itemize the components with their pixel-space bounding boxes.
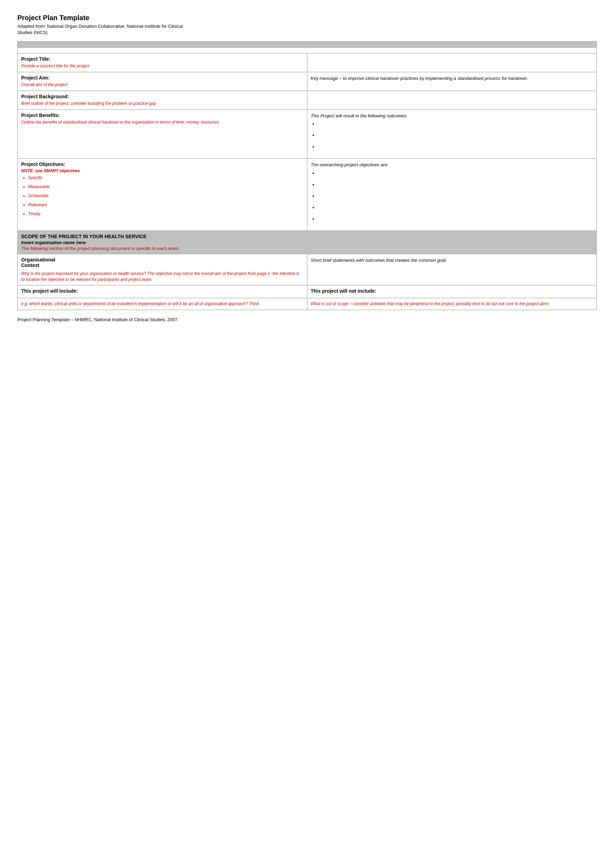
org-context-left: Organisational Context Why is the projec… <box>18 254 307 285</box>
project-background-header-row <box>18 42 597 48</box>
project-include-header: This project will include: <box>18 285 307 298</box>
project-background-detail-hint: Brief outline of the project, consider i… <box>21 101 304 107</box>
footer: Project Planning Template – NHMRC, Natio… <box>17 317 597 322</box>
project-not-include-hint-cell: What is out of scope – consider activiti… <box>307 298 597 310</box>
obj-bullet-5 <box>318 216 593 222</box>
org-context-hint: Why is the project important for your or… <box>21 271 304 283</box>
smart-timely: Timely <box>28 211 304 216</box>
project-title-label: Project Title: <box>21 56 304 62</box>
include-detail-row: e.g. which wards, clinical units or depa… <box>18 298 597 310</box>
scope-org: Insert organisation name here <box>21 240 593 245</box>
project-include-hint: e.g. which wards, clinical units or depa… <box>21 301 304 307</box>
project-objectives-row: Project Objectives: NOTE: use SMART obje… <box>18 159 597 231</box>
project-benefits-left: Project Benefits: Outline the benefits o… <box>18 109 307 159</box>
project-aim-hint: Overall aim of the project <box>21 82 304 88</box>
project-aim-content: Key message – to improve clinical handov… <box>307 72 597 91</box>
project-not-include-label: This project will not include: <box>311 288 593 294</box>
project-objectives-left: Project Objectives: NOTE: use SMART obje… <box>18 159 307 231</box>
org-context-label: Organisational Context <box>21 257 304 268</box>
project-benefits-row: Project Benefits: Outline the benefits o… <box>18 109 597 159</box>
project-not-include-hint: What is out of scope – consider activiti… <box>311 301 593 307</box>
project-include-hint-cell: e.g. which wards, clinical units or depa… <box>18 298 307 310</box>
smart-list: Specific Measurable Achievable Releveant… <box>28 175 304 216</box>
smart-specific: Specific <box>28 175 304 180</box>
project-background-detail-content <box>307 91 597 109</box>
benefits-bullet-3 <box>318 144 593 149</box>
org-context-content: Short brief statements with outcomes tha… <box>307 254 597 285</box>
smart-relevant: Releveant <box>28 202 304 207</box>
project-background-detail-left: Project Background: Brief outline of the… <box>18 91 307 109</box>
page-subtitle: Adapted from: National Organ Donation Co… <box>17 23 597 36</box>
project-background-detail-row: Project Background: Brief outline of the… <box>18 91 597 109</box>
smart-measurable: Measurable <box>28 184 304 189</box>
include-row: This project will include: This project … <box>18 285 597 298</box>
project-background-header <box>18 42 597 48</box>
project-objectives-note: NOTE: use SMART objectives <box>21 168 304 173</box>
obj-bullet-4 <box>318 205 593 210</box>
project-title-content <box>307 53 597 72</box>
obj-bullet-2 <box>318 182 593 187</box>
org-context-text: Short brief statements with outcomes tha… <box>311 257 593 264</box>
main-table: Project Title: Provide a succinct title … <box>17 41 597 310</box>
project-background-detail-label: Project Background: <box>21 94 304 99</box>
scope-header-block: SCOPE OF THE PROJECT IN YOUR HEALTH SERV… <box>18 231 597 254</box>
obj-bullet-1 <box>318 170 593 176</box>
objectives-bullets <box>318 170 593 222</box>
project-objectives-label: Project Objectives: <box>21 161 304 167</box>
project-benefits-label: Project Benefits: <box>21 113 304 118</box>
project-background-note-row <box>18 48 597 53</box>
project-aim-row: Project Aim: Overall aim of the project … <box>18 72 597 91</box>
project-not-include-header: This project will not include: <box>307 285 597 298</box>
project-title-hint: Provide a succinct title for the project <box>21 63 304 69</box>
project-objectives-content: The overarching project objectives are: <box>307 159 597 231</box>
benefits-bullet-2 <box>318 133 593 138</box>
smart-achievable: Achievable <box>28 194 304 198</box>
project-aim-left: Project Aim: Overall aim of the project <box>18 72 307 91</box>
project-benefits-intro: This Project will result in the followin… <box>311 113 593 119</box>
org-context-row: Organisational Context Why is the projec… <box>18 254 597 285</box>
project-benefits-bullets <box>318 121 593 149</box>
project-include-label: This project will include: <box>21 288 304 294</box>
benefits-bullet-1 <box>318 121 593 126</box>
scope-header-row: SCOPE OF THE PROJECT IN YOUR HEALTH SERV… <box>18 231 597 254</box>
scope-note: The following section of the project pla… <box>21 246 593 251</box>
project-background-note <box>18 48 597 53</box>
page-title: Project Plan Template <box>17 14 597 22</box>
project-title-row: Project Title: Provide a succinct title … <box>18 53 597 72</box>
project-title-left: Project Title: Provide a succinct title … <box>18 53 307 72</box>
scope-title: SCOPE OF THE PROJECT IN YOUR HEALTH SERV… <box>21 234 593 239</box>
project-objectives-intro: The overarching project objectives are: <box>311 161 593 168</box>
project-aim-text: Key message – to improve clinical handov… <box>311 75 593 82</box>
project-benefits-hint: Outline the benefits of standardised cli… <box>21 119 304 126</box>
project-aim-label: Project Aim: <box>21 75 304 81</box>
obj-bullet-3 <box>318 194 593 198</box>
project-benefits-content: This Project will result in the followin… <box>307 109 597 159</box>
